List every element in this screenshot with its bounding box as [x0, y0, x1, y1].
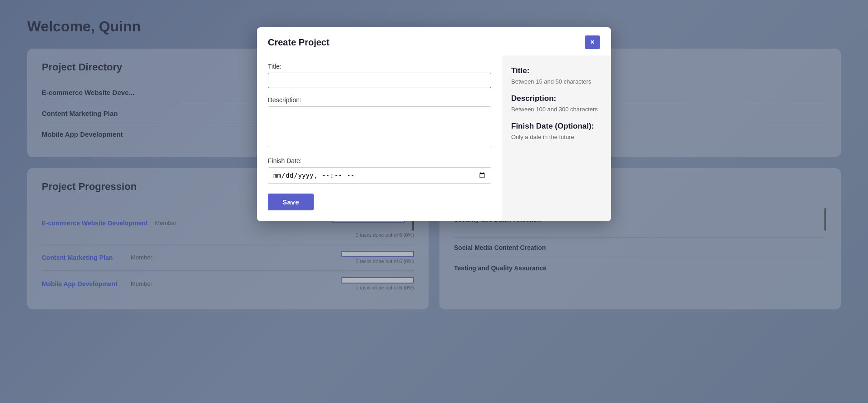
description-label: Description: [268, 96, 491, 104]
finish-date-form-group: Finish Date: [268, 157, 491, 184]
create-project-modal: Create Project × Title: Description: Fin… [257, 27, 611, 221]
modal-header: Create Project × [257, 27, 611, 55]
save-button[interactable]: Save [268, 194, 314, 210]
modal-close-button[interactable]: × [585, 35, 600, 49]
modal-overlay: Create Project × Title: Description: Fin… [0, 0, 868, 403]
modal-hints-sidebar: Title: Between 15 and 50 characters Desc… [502, 55, 611, 221]
modal-form: Title: Description: Finish Date: Save [257, 55, 502, 221]
modal-body: Title: Description: Finish Date: Save Ti… [257, 55, 611, 221]
finish-date-hint-text: Only a date in the future [511, 134, 602, 140]
finish-date-input[interactable] [268, 167, 491, 184]
title-label: Title: [268, 63, 491, 70]
title-input[interactable] [268, 73, 491, 88]
description-hint-heading: Description: [511, 94, 602, 103]
title-form-group: Title: [268, 63, 491, 88]
finish-date-hint-heading: Finish Date (Optional): [511, 122, 602, 131]
title-hint-text: Between 15 and 50 characters [511, 78, 602, 85]
title-hint-heading: Title: [511, 66, 602, 75]
description-hint-text: Between 100 and 300 characters [511, 106, 602, 113]
description-hint-section: Description: Between 100 and 300 charact… [511, 94, 602, 113]
finish-date-hint-section: Finish Date (Optional): Only a date in t… [511, 122, 602, 140]
finish-date-label: Finish Date: [268, 157, 491, 164]
modal-title: Create Project [268, 37, 330, 48]
description-form-group: Description: [268, 96, 491, 149]
description-input[interactable] [268, 106, 491, 147]
title-hint-section: Title: Between 15 and 50 characters [511, 66, 602, 85]
